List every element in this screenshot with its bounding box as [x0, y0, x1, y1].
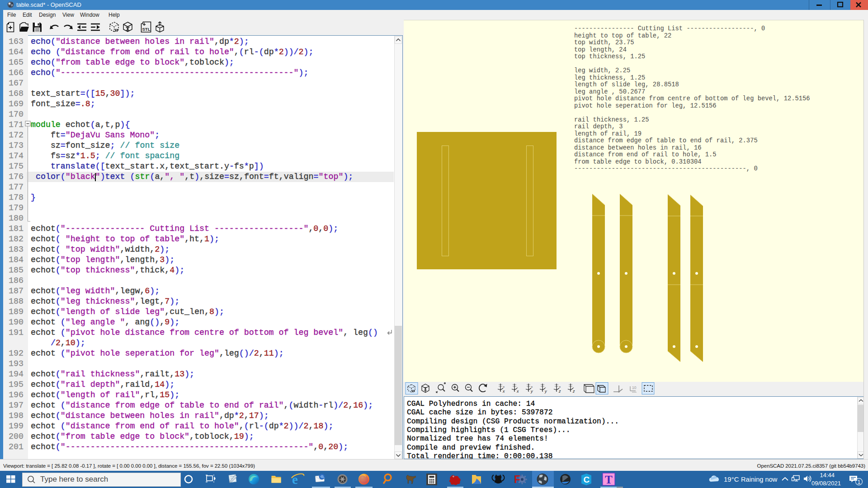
- svg-text:x: x: [516, 389, 519, 394]
- svg-text:10: 10: [632, 385, 637, 390]
- svg-text:+: +: [503, 385, 505, 389]
- svg-text:-: -: [573, 385, 574, 389]
- svg-text:y: y: [544, 389, 547, 394]
- svg-text:C: C: [584, 475, 590, 484]
- svg-text:19°C: 19°C: [724, 475, 739, 483]
- svg-text:14:44: 14:44: [820, 472, 835, 479]
- svg-text:y: y: [530, 389, 533, 394]
- svg-text:-: -: [545, 385, 546, 389]
- svg-text:-: -: [517, 385, 518, 389]
- svg-text:STL: STL: [142, 27, 151, 32]
- svg-text:09/08/2021: 09/08/2021: [811, 480, 841, 487]
- svg-text:Raining now: Raining now: [741, 476, 778, 483]
- svg-text:+: +: [531, 385, 533, 389]
- svg-text:+: +: [559, 385, 561, 389]
- svg-text:z: z: [558, 389, 561, 394]
- svg-text:F: F: [514, 474, 520, 485]
- svg-text:1: 1: [858, 479, 861, 485]
- svg-text:z: z: [572, 389, 575, 394]
- svg-text:x: x: [502, 389, 505, 394]
- svg-text:T: T: [605, 474, 613, 486]
